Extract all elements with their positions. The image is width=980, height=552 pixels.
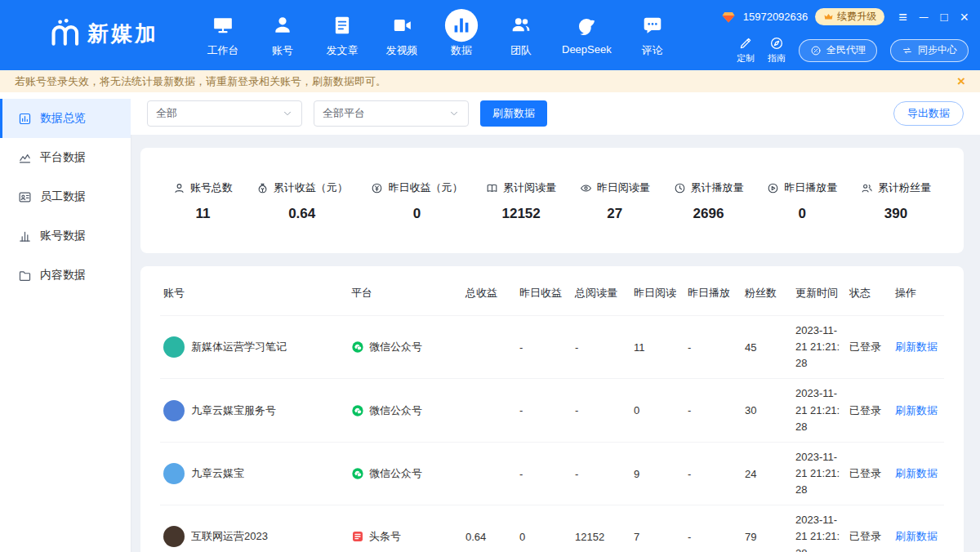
video-icon [391,15,412,36]
agent-button[interactable]: 全民代理 [799,39,877,62]
chevron-down-icon [448,108,460,119]
sync-icon [902,45,913,56]
deepseek-icon [576,15,597,36]
stats-summary-card: 账号总数 11 累计收益（元） 0.64 昨日收益（元） 0 累计阅读量 121… [140,148,964,253]
nav-item[interactable]: 团队 [502,7,540,58]
scope-select[interactable]: 全部 [147,100,302,127]
maximize-icon[interactable]: □ [940,11,947,23]
close-icon[interactable]: × [960,10,969,24]
guide-button[interactable]: 指南 [768,36,786,65]
content-data-icon [18,269,32,283]
account-name: 九章云媒宝服务号 [191,403,276,418]
team-icon [510,15,532,36]
nav-item[interactable]: DeepSeek [562,7,612,58]
fans-cell: 45 [742,316,792,379]
sidebar-item[interactable]: 内容数据 [0,256,131,295]
status-cell: 已登录 [846,442,892,505]
topbar-right: 15972092636 续费升级 ≡ ─ □ × 定制 [721,8,969,65]
main-layout: 数据总览 平台数据 员工数据 账号数据 内容数据 全部 全部平台 [0,92,980,552]
total-reads-cell: - [572,316,630,379]
nav-item[interactable]: 评论 [634,7,671,58]
nav-item[interactable]: 数据 [443,7,480,58]
stat-label: 累计播放量 [691,180,744,195]
nav-item-label: 发视频 [386,43,418,58]
total-revenue-cell [462,316,516,379]
fans-cell: 79 [742,505,792,552]
column-header: 操作 [892,273,944,316]
export-data-button[interactable]: 导出数据 [893,101,964,126]
sidebar-item[interactable]: 数据总览 [0,99,131,138]
yesterday-revenue-cell: - [516,316,572,379]
account-avatar [163,336,185,358]
stat-label: 累计粉丝量 [878,180,931,195]
account-name: 新媒体运营学习笔记 [191,340,287,354]
window-controls: ≡ ─ □ × [898,10,969,24]
banner-close-icon[interactable]: × [957,74,965,88]
stat-label: 累计阅读量 [503,180,556,195]
nav-item[interactable]: 工作台 [204,7,242,58]
refresh-row-link[interactable]: 刷新数据 [895,341,938,353]
nav-item[interactable]: 账号 [264,7,301,58]
total-revenue-cell: 0.64 [462,505,516,552]
status-cell: 已登录 [846,379,892,442]
menu-icon[interactable]: ≡ [898,10,907,24]
fans-cell: 24 [742,442,792,505]
sidebar-item[interactable]: 平台数据 [0,138,131,177]
stat-item: 累计阅读量 12152 [486,180,556,222]
customize-label: 定制 [737,52,755,65]
refresh-row-link[interactable]: 刷新数据 [895,467,938,479]
nav-item[interactable]: 发文章 [323,7,361,58]
updated-cell: 2023-11-21 21:21:28 [792,442,846,505]
table-row: 九章云媒宝服务号 微信公众号 - - 0 - 30 2023-11-21 21:… [160,379,944,442]
yesterday-reads-cell: 9 [630,442,684,505]
yesterday-revenue-cell: - [516,379,572,442]
stat-value: 390 [884,206,907,222]
nav-item-label: 账号 [272,43,293,58]
platform-select-value: 全部平台 [323,106,365,121]
stat-value: 12152 [501,206,540,222]
column-header: 更新时间 [792,273,846,316]
account-data-icon [18,229,32,243]
sync-center-label: 同步中心 [918,43,957,57]
total-fans-icon [861,182,873,194]
refresh-row-link[interactable]: 刷新数据 [895,404,938,416]
yesterday-reads-cell: 7 [630,505,684,552]
accounts-table: 账号 平台 总收益 昨日收益 总阅读量 昨日阅读 昨日播放 粉丝数 更新时间 状… [160,273,944,552]
platform-select[interactable]: 全部平台 [314,100,469,127]
status-cell: 已登录 [846,316,892,379]
yesterday-plays-cell: - [684,316,742,379]
stat-item: 昨日播放量 0 [767,180,837,222]
column-header: 状态 [846,273,892,316]
content-area: 账号总数 11 累计收益（元） 0.64 昨日收益（元） 0 累计阅读量 121… [131,135,980,552]
stat-label: 昨日播放量 [784,180,837,195]
stat-item: 累计收益（元） 0.64 [256,180,348,222]
nav-item[interactable]: 发视频 [383,7,421,58]
article-icon [332,15,353,36]
platform-data-icon [18,151,32,165]
nav-item-label: 团队 [510,43,532,58]
nav-item-label: 评论 [642,43,663,58]
refresh-data-button[interactable]: 刷新数据 [480,100,547,127]
refresh-row-link[interactable]: 刷新数据 [895,530,938,542]
column-header: 总收益 [462,273,516,316]
minimize-icon[interactable]: ─ [920,11,929,23]
stat-label: 昨日收益（元） [388,180,462,195]
sync-center-button[interactable]: 同步中心 [890,39,969,62]
yesterday-revenue-icon [371,182,383,194]
yesterday-reads-cell: 0 [630,379,684,442]
renew-upgrade-label: 续费升级 [837,10,876,24]
accounts-total-icon [173,182,185,194]
app-logo[interactable]: 新媒加 [49,18,158,49]
column-header: 总阅读量 [572,273,630,316]
guide-label: 指南 [768,52,786,65]
sidebar-item[interactable]: 账号数据 [0,216,131,256]
table-header-row: 账号 平台 总收益 昨日收益 总阅读量 昨日阅读 昨日播放 粉丝数 更新时间 状… [160,273,944,316]
stat-label: 昨日阅读量 [597,180,650,195]
toutiao-icon [351,530,364,543]
stat-label: 累计收益（元） [274,180,348,195]
wechat-icon [351,404,364,417]
sidebar-item[interactable]: 员工数据 [0,177,131,216]
renew-upgrade-badge[interactable]: 续费升级 [815,8,884,25]
yesterday-plays-icon [767,182,779,194]
customize-button[interactable]: 定制 [737,36,755,65]
